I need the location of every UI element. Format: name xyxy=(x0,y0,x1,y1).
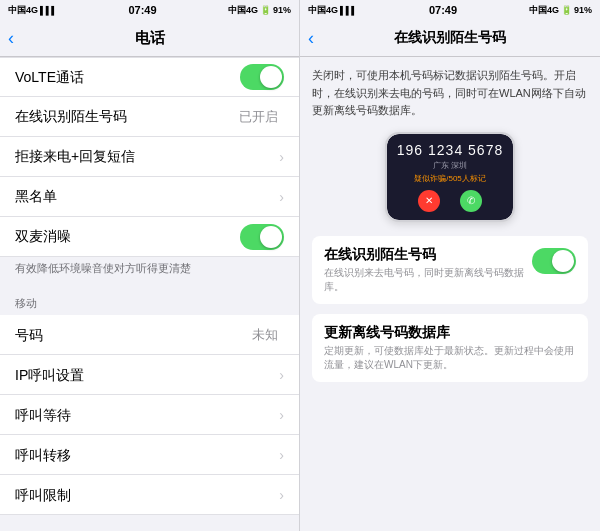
right-battery-pct: 91% xyxy=(574,5,592,15)
left-back-chevron-icon: ‹ xyxy=(8,28,14,49)
left-cell-blacklist-chevron-icon: › xyxy=(279,189,284,205)
left-cell-reject-reply[interactable]: 拒接来电+回复短信 › xyxy=(0,137,299,177)
right-cell-update-title: 更新离线号码数据库 xyxy=(324,324,576,342)
left-signal-bars: ▌▌▌ xyxy=(40,6,57,15)
left-status-bar: 中国4G ▌▌▌ 07:49 中国4G 🔋 91% xyxy=(0,0,299,20)
left-cell-call-wait-chevron-icon: › xyxy=(279,407,284,423)
right-cell-update-db[interactable]: 更新离线号码数据库 定期更新，可使数据库处于最新状态。更新过程中会使用流量，建议… xyxy=(312,314,588,382)
right-online-id-section: 在线识别陌生号码 在线识别来去电号码，同时更新离线号码数据库。 xyxy=(312,236,588,304)
left-cell-number[interactable]: 号码 未知 xyxy=(0,315,299,355)
phone-call-actions: ✕ ✆ xyxy=(418,190,482,212)
decline-button[interactable]: ✕ xyxy=(418,190,440,212)
left-toggle-dual-mic-thumb xyxy=(260,226,282,248)
left-battery-icon: 🔋 xyxy=(260,5,271,15)
right-toggle-online-id[interactable] xyxy=(532,248,576,274)
left-cell-reject-reply-chevron-icon: › xyxy=(279,149,284,165)
right-cell-update-content: 更新离线号码数据库 定期更新，可使数据库处于最新状态。更新过程中会使用流量，建议… xyxy=(324,324,576,372)
phone-location: 广东 深圳 xyxy=(433,160,467,171)
right-content: 关闭时，可使用本机号码标记数据识别陌生号码。开启时，在线识别来去电的号码，同时可… xyxy=(300,57,600,531)
right-cell-update-desc: 定期更新，可使数据库处于最新状态。更新过程中会使用流量，建议在WLAN下更新。 xyxy=(324,344,576,372)
left-cell-dual-mic-label: 双麦消噪 xyxy=(15,219,240,253)
left-cell-call-wait[interactable]: 呼叫等待 › xyxy=(0,395,299,435)
left-cell-call-wait-label: 呼叫等待 xyxy=(15,398,279,432)
phone-warning: 疑似诈骗/505人标记 xyxy=(414,173,486,184)
decline-icon: ✕ xyxy=(425,195,433,206)
right-carrier: 中国4G xyxy=(308,4,338,17)
phone-screen: 196 1234 5678 广东 深圳 疑似诈骗/505人标记 ✕ ✆ xyxy=(387,134,513,220)
left-settings-list: VoLTE通话 在线识别陌生号码 已开启 拒接来电+回复短信 › 黑名单 › xyxy=(0,57,299,531)
right-right-icons: 中国4G 🔋 91% xyxy=(529,4,592,17)
right-cell-online-desc: 在线识别来去电号码，同时更新离线号码数据库。 xyxy=(324,266,524,294)
left-cell-ip-call-chevron-icon: › xyxy=(279,367,284,383)
right-battery-icon: 🔋 xyxy=(561,5,572,15)
right-update-section: 更新离线号码数据库 定期更新，可使数据库处于最新状态。更新过程中会使用流量，建议… xyxy=(312,314,588,382)
left-cell-online-id[interactable]: 在线识别陌生号码 已开启 xyxy=(0,97,299,137)
right-status-bar: 中国4G ▌▌▌ 07:49 中国4G 🔋 91% xyxy=(300,0,600,20)
left-cell-call-restrict[interactable]: 呼叫限制 › xyxy=(0,475,299,515)
left-cell-volte[interactable]: VoLTE通话 xyxy=(0,57,299,97)
left-toggle-volte-thumb xyxy=(260,66,282,88)
left-time: 07:49 xyxy=(128,4,156,16)
accept-button[interactable]: ✆ xyxy=(460,190,482,212)
left-back-button[interactable]: ‹ xyxy=(8,28,16,49)
left-toggle-dual-mic[interactable] xyxy=(240,224,284,250)
left-cell-blacklist-label: 黑名单 xyxy=(15,179,279,213)
left-cell-call-forward[interactable]: 呼叫转移 › xyxy=(0,435,299,475)
left-cell-call-restrict-chevron-icon: › xyxy=(279,487,284,503)
left-group-mobile: 移动 号码 未知 IP呼叫设置 › 呼叫等待 › 呼叫转移 › xyxy=(0,284,299,515)
left-cell-dual-mic[interactable]: 双麦消噪 xyxy=(0,217,299,257)
left-carrier-right: 中国4G xyxy=(228,4,258,17)
right-signal-bars: ▌▌▌ xyxy=(340,6,357,15)
left-cell-ip-call[interactable]: IP呼叫设置 › xyxy=(0,355,299,395)
left-cell-number-label: 号码 xyxy=(15,318,252,352)
left-cell-online-id-value: 已开启 xyxy=(239,108,278,126)
left-cell-ip-call-label: IP呼叫设置 xyxy=(15,358,279,392)
left-nav-bar: ‹ 电话 xyxy=(0,20,299,56)
left-cell-call-restrict-label: 呼叫限制 xyxy=(15,478,279,512)
left-cell-call-forward-label: 呼叫转移 xyxy=(15,438,279,472)
phone-mockup: 196 1234 5678 广东 深圳 疑似诈骗/505人标记 ✕ ✆ xyxy=(385,132,515,222)
right-back-button[interactable]: ‹ xyxy=(308,28,314,49)
left-carrier: 中国4G xyxy=(8,4,38,17)
left-cell-call-forward-chevron-icon: › xyxy=(279,447,284,463)
right-carrier-signal: 中国4G ▌▌▌ xyxy=(308,4,357,17)
right-description: 关闭时，可使用本机号码标记数据识别陌生号码。开启时，在线识别来去电的号码，同时可… xyxy=(312,67,588,120)
left-dual-mic-note: 有效降低环境噪音使对方听得更清楚 xyxy=(0,257,299,284)
accept-icon: ✆ xyxy=(467,195,475,206)
left-right-icons: 中国4G 🔋 91% xyxy=(228,4,291,17)
right-nav-title: 在线识别陌生号码 xyxy=(394,29,506,47)
left-battery-pct: 91% xyxy=(273,5,291,15)
left-cell-reject-reply-label: 拒接来电+回复短信 xyxy=(15,139,279,173)
left-toggle-volte[interactable] xyxy=(240,64,284,90)
left-cell-online-id-label: 在线识别陌生号码 xyxy=(15,99,239,133)
right-cell-online-content: 在线识别陌生号码 在线识别来去电号码，同时更新离线号码数据库。 xyxy=(324,246,524,294)
right-carrier-right: 中国4G xyxy=(529,4,559,17)
incoming-number: 196 1234 5678 xyxy=(397,142,503,158)
left-group-general: VoLTE通话 在线识别陌生号码 已开启 拒接来电+回复短信 › 黑名单 › xyxy=(0,57,299,257)
right-time: 07:49 xyxy=(429,4,457,16)
left-cell-blacklist[interactable]: 黑名单 › xyxy=(0,177,299,217)
right-cell-online-toggle[interactable]: 在线识别陌生号码 在线识别来去电号码，同时更新离线号码数据库。 xyxy=(312,236,588,304)
right-nav-bar: ‹ 在线识别陌生号码 xyxy=(300,20,600,56)
right-cell-online-title: 在线识别陌生号码 xyxy=(324,246,524,264)
left-mobile-header: 移动 xyxy=(0,284,299,315)
left-cell-number-value: 未知 xyxy=(252,326,278,344)
left-panel: 中国4G ▌▌▌ 07:49 中国4G 🔋 91% ‹ 电话 VoLTE通话 xyxy=(0,0,300,531)
left-nav-title: 电话 xyxy=(135,29,165,48)
left-carrier-signal: 中国4G ▌▌▌ xyxy=(8,4,57,17)
right-panel: 中国4G ▌▌▌ 07:49 中国4G 🔋 91% ‹ 在线识别陌生号码 关闭时… xyxy=(300,0,600,531)
right-toggle-online-id-thumb xyxy=(552,250,574,272)
left-cell-volte-label: VoLTE通话 xyxy=(15,60,240,94)
